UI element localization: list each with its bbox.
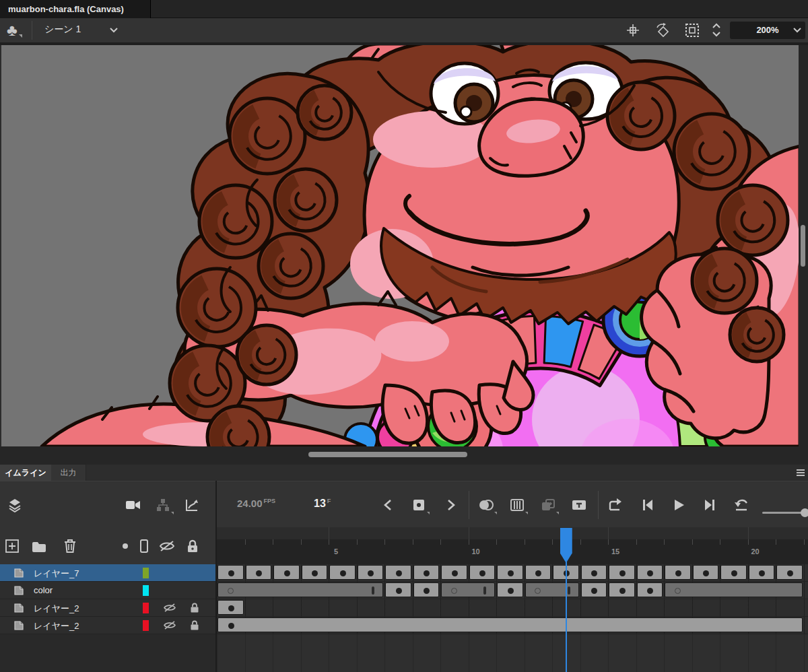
stage-canvas[interactable] bbox=[0, 45, 799, 446]
keyframe-cell[interactable] bbox=[413, 582, 440, 597]
step-back-icon[interactable] bbox=[638, 497, 657, 513]
camera-icon[interactable] bbox=[124, 497, 143, 513]
layer-frames-row[interactable] bbox=[217, 564, 808, 582]
layer-outline-swatch[interactable] bbox=[143, 620, 149, 631]
layer-view-icon[interactable] bbox=[5, 497, 24, 513]
add-folder-icon[interactable] bbox=[31, 538, 47, 554]
keyframe-cell[interactable] bbox=[637, 582, 663, 597]
horizontal-scrollbar-thumb[interactable] bbox=[308, 452, 467, 457]
ruler-tick bbox=[245, 539, 246, 545]
keyframe-cell[interactable] bbox=[693, 565, 719, 580]
keyframe-cell[interactable] bbox=[385, 565, 411, 580]
highlight-layers-icon[interactable] bbox=[117, 538, 133, 554]
add-layer-icon[interactable] bbox=[4, 538, 20, 554]
timeline-zoom-slider[interactable] bbox=[762, 512, 803, 514]
keyframe-cell[interactable] bbox=[581, 582, 607, 597]
hide-all-layers-icon[interactable] bbox=[159, 538, 175, 554]
zoom-stepper[interactable] bbox=[711, 23, 722, 38]
frame-span[interactable] bbox=[217, 582, 383, 597]
keyframe-cell[interactable] bbox=[329, 565, 356, 580]
layer-row[interactable]: レイヤー_7 bbox=[0, 564, 217, 582]
keyframe-cell[interactable] bbox=[581, 565, 607, 580]
keyframe-cell[interactable] bbox=[217, 600, 244, 615]
layer-frames-row[interactable] bbox=[217, 582, 808, 599]
insert-keyframe-icon[interactable] bbox=[409, 497, 428, 513]
keyframe-cell[interactable] bbox=[246, 565, 272, 580]
layer-hidden-icon[interactable] bbox=[164, 620, 176, 630]
layer-page-icon bbox=[13, 620, 24, 631]
keyframe-cell[interactable] bbox=[525, 565, 551, 580]
next-keyframe-icon[interactable] bbox=[442, 497, 461, 513]
ruler-tick bbox=[580, 539, 581, 545]
layer-name: レイヤー_2 bbox=[34, 603, 79, 615]
frame-span[interactable] bbox=[441, 582, 495, 597]
scene-name[interactable]: シーン 1 bbox=[44, 24, 81, 36]
keyframe-cell[interactable] bbox=[776, 565, 803, 580]
keyframe-cell[interactable] bbox=[385, 582, 411, 597]
play-icon[interactable] bbox=[669, 497, 688, 513]
keyframe-cell[interactable] bbox=[665, 565, 691, 580]
outline-view-icon[interactable] bbox=[136, 538, 152, 554]
keyframe-cell[interactable] bbox=[497, 565, 523, 580]
ruler-tick bbox=[413, 539, 413, 545]
onion-skin-icon[interactable] bbox=[477, 497, 496, 513]
loop-range-icon[interactable] bbox=[733, 497, 751, 513]
vertical-scrollbar-thumb[interactable] bbox=[801, 225, 805, 267]
keyframe-cell[interactable] bbox=[497, 582, 523, 597]
delete-layer-icon[interactable] bbox=[62, 538, 78, 554]
horizontal-scrollbar[interactable] bbox=[0, 446, 808, 465]
keyframe-cell[interactable] bbox=[302, 565, 328, 580]
fps-value: 24.00 bbox=[237, 498, 263, 509]
lock-all-layers-icon[interactable] bbox=[184, 538, 201, 554]
keyframe-cell[interactable] bbox=[413, 565, 440, 580]
panel-menu-icon[interactable] bbox=[796, 469, 805, 477]
insert-frame-icon[interactable] bbox=[570, 497, 588, 513]
frame-span[interactable] bbox=[665, 582, 803, 597]
layer-row[interactable]: color bbox=[0, 582, 217, 599]
layer-row[interactable]: レイヤー_2 bbox=[0, 617, 217, 634]
keyframe-cell[interactable] bbox=[720, 565, 747, 580]
previous-keyframe-icon[interactable] bbox=[378, 497, 397, 513]
rotate-view-icon[interactable] bbox=[654, 23, 671, 38]
keyframe-cell[interactable] bbox=[217, 565, 244, 580]
tab-output[interactable]: 出力 bbox=[51, 465, 86, 481]
tab-timeline[interactable]: イムライン bbox=[0, 465, 51, 481]
current-frame-control[interactable]: 13F bbox=[314, 498, 331, 510]
parenting-view-icon[interactable] bbox=[154, 497, 172, 513]
onion-skin-outline-icon[interactable] bbox=[508, 497, 527, 513]
keyframe-cell[interactable] bbox=[469, 565, 496, 580]
scene-chevron-down-icon[interactable] bbox=[109, 27, 119, 34]
layer-outline-swatch[interactable] bbox=[143, 568, 149, 578]
frame-ruler[interactable]: 5101520 bbox=[217, 539, 808, 564]
layer-outline-swatch[interactable] bbox=[143, 603, 149, 613]
keyframe-cell[interactable] bbox=[273, 565, 300, 580]
keyframe-cell[interactable] bbox=[441, 565, 467, 580]
layer-locked-icon[interactable] bbox=[190, 603, 199, 613]
clip-content-icon[interactable] bbox=[684, 23, 700, 38]
vertical-scrollbar[interactable] bbox=[799, 45, 808, 446]
keyframe-cell[interactable] bbox=[358, 565, 384, 580]
layer-row[interactable]: レイヤー_2 bbox=[0, 599, 217, 617]
edit-multiple-frames-icon[interactable] bbox=[539, 497, 558, 513]
zoom-level-dropdown[interactable]: 200% bbox=[730, 22, 805, 39]
loop-playback-icon[interactable] bbox=[606, 497, 625, 513]
layer-frames-row[interactable] bbox=[217, 617, 808, 634]
keyframe-cell[interactable] bbox=[637, 565, 663, 580]
fps-control[interactable]: 24.00FPS bbox=[237, 498, 275, 510]
keyframe-cell[interactable] bbox=[217, 617, 803, 632]
frame-span[interactable] bbox=[525, 582, 579, 597]
step-forward-icon[interactable] bbox=[700, 497, 719, 513]
keyframe-cell[interactable] bbox=[749, 565, 775, 580]
layer-page-icon bbox=[13, 568, 24, 578]
document-tab[interactable]: muarbon-chara.fla (Canvas) bbox=[0, 0, 151, 18]
layer-locked-icon[interactable] bbox=[190, 620, 199, 630]
keyframe-cell[interactable] bbox=[609, 565, 635, 580]
timeline-zoom-slider-thumb[interactable] bbox=[801, 508, 808, 517]
layer-frames-row[interactable] bbox=[217, 599, 808, 617]
back-to-stage-icon[interactable]: ♣ bbox=[7, 20, 18, 40]
layer-hidden-icon[interactable] bbox=[164, 603, 176, 613]
center-frame-icon[interactable] bbox=[625, 23, 641, 38]
keyframe-cell[interactable] bbox=[609, 582, 635, 597]
layer-outline-swatch[interactable] bbox=[143, 585, 149, 596]
graph-editor-icon[interactable] bbox=[182, 497, 201, 513]
